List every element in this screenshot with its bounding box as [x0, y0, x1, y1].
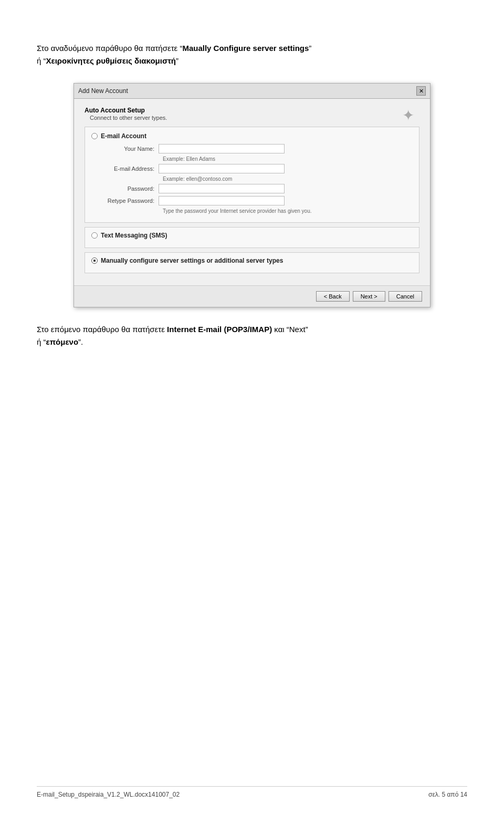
email-address-label: E-mail Address: — [101, 166, 159, 172]
dialog-footer: < Back Next > Cancel — [74, 285, 430, 307]
cancel-button[interactable]: Cancel — [388, 291, 422, 302]
section-header-subtitle: Connect to other server types. — [90, 115, 167, 121]
email-address-input[interactable] — [159, 164, 285, 173]
password-input[interactable] — [159, 184, 285, 193]
dialog-body: ✦ Auto Account Setup Connect to other se… — [74, 99, 430, 285]
footer-right: σελ. 5 από 14 — [428, 791, 467, 798]
your-name-hint: Example: Ellen Adams — [153, 156, 413, 162]
manual-radio-label[interactable]: Manually configure server settings or ad… — [91, 257, 413, 264]
intro-line2: ή “Χειροκίνητες ρυθμίσεις διακομιστή” — [37, 56, 178, 65]
your-name-input[interactable] — [159, 144, 285, 153]
dialog-section-wrapper: ✦ Auto Account Setup Connect to other se… — [85, 107, 419, 273]
email-address-row: E-mail Address: — [91, 164, 413, 173]
email-account-radio-input[interactable] — [91, 133, 98, 139]
password-label: Password: — [101, 186, 159, 192]
password-row: Password: — [91, 184, 413, 193]
cursor-icon: ✦ — [402, 107, 414, 124]
footer-left: E-mail_Setup_dspeiraia_V1.2_WL.docx14100… — [37, 791, 180, 798]
dialog-titlebar: Add New Account ✕ — [74, 84, 430, 99]
your-name-row: Your Name: — [91, 144, 413, 153]
page-footer: E-mail_Setup_dspeiraia_V1.2_WL.docx14100… — [37, 786, 467, 798]
email-account-section: E-mail Account Your Name: Example: Ellen… — [85, 127, 419, 223]
dialog-close-button[interactable]: ✕ — [416, 86, 426, 96]
section-header-title: Auto Account Setup — [85, 107, 145, 114]
password-hint: Type the password your Internet service … — [153, 208, 413, 214]
sms-radio-label[interactable]: Text Messaging (SMS) — [91, 232, 413, 239]
retype-password-input[interactable] — [159, 196, 285, 205]
your-name-label: Your Name: — [101, 146, 159, 152]
dialog-title: Add New Account — [78, 87, 128, 95]
next-button[interactable]: Next > — [353, 291, 385, 302]
retype-password-row: Retype Password: — [91, 196, 413, 205]
email-account-radio-label[interactable]: E-mail Account — [91, 132, 413, 140]
sms-radio-input[interactable] — [91, 232, 98, 239]
manual-section: Manually configure server settings or ad… — [85, 252, 419, 273]
second-paragraph: Στο επόμενο παράθυρο θα πατήσετε Interne… — [37, 323, 467, 348]
section-header: Auto Account Setup Connect to other serv… — [85, 107, 419, 121]
intro-line1: Στο αναδυόμενο παράθυρο θα πατήσετε “Mau… — [37, 44, 311, 53]
add-new-account-dialog: Add New Account ✕ ✦ Auto Account Setup C… — [74, 83, 430, 307]
retype-password-label: Retype Password: — [101, 198, 159, 204]
back-button[interactable]: < Back — [316, 291, 350, 302]
intro-paragraph: Στο αναδυόμενο παράθυρο θα πατήσετε “Mau… — [37, 42, 467, 67]
manual-radio-input[interactable] — [91, 257, 98, 264]
email-hint: Example: ellen@contoso.com — [153, 176, 413, 182]
sms-section: Text Messaging (SMS) — [85, 227, 419, 248]
